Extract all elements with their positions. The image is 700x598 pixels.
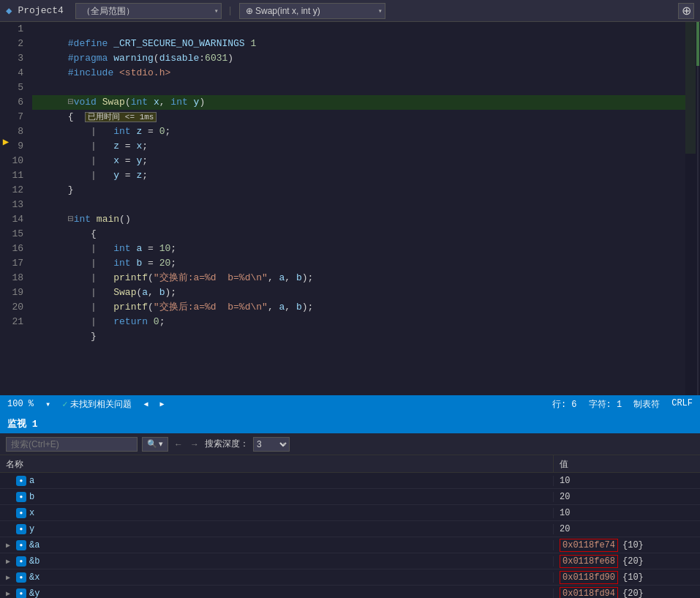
var-icon-y: ● <box>16 524 26 534</box>
line-num-5: 5 <box>6 81 23 95</box>
watch-name-a: ● a <box>0 476 554 486</box>
var-icon-x: ● <box>16 508 26 518</box>
expand-addr-b[interactable]: ▶ <box>6 557 13 566</box>
search-dropdown-icon: ▾ <box>159 439 163 449</box>
editor-area: ▶ 1 2 3 4 5 6 7 8 9 10 11 12 13 14 15 16… <box>0 22 700 395</box>
line-num-12: 12 <box>6 183 23 198</box>
line-num-16: 16 <box>6 242 23 256</box>
line-num-7: 7 <box>6 110 23 124</box>
scrollbar-track <box>697 22 699 395</box>
watch-row-x[interactable]: ● x 10 <box>0 505 700 521</box>
var-name-a: a <box>29 476 34 486</box>
expand-addr-a[interactable]: ▶ <box>6 541 13 550</box>
watch-name-addr-x: ▶ ● &x <box>0 572 554 583</box>
nav-forward-button[interactable]: → <box>189 439 200 449</box>
code-content[interactable]: #define _CRT_SECURE_NO_WARNINGS 1 #pragm… <box>29 22 685 395</box>
code-line-12 <box>32 183 685 198</box>
addr-value-a: 0x0118fe74 <box>560 539 618 552</box>
addr-extra-a: {10} <box>622 540 644 550</box>
var-name-y: y <box>29 524 34 534</box>
no-issues-label: 未找到相关问题 <box>70 398 132 411</box>
encoding-info: CRLF <box>671 398 693 411</box>
line-num-11: 11 <box>6 168 23 183</box>
scroll-right-icon[interactable]: ▶ <box>160 400 165 408</box>
var-name-addr-b: &b <box>29 556 39 567</box>
line-numbers: 1 2 3 4 5 6 7 8 9 10 11 12 13 14 15 16 1… <box>0 22 29 395</box>
watch-name-x: ● x <box>0 508 554 518</box>
watch-value-addr-a: 0x0118fe74 {10} <box>554 539 700 552</box>
var-name-x: x <box>29 508 34 518</box>
addr-value-b: 0x0118fe68 <box>560 555 618 568</box>
line-num-19: 19 <box>6 285 23 300</box>
watch-name-addr-y: ▶ ● &y <box>0 588 554 599</box>
expand-addr-x[interactable]: ▶ <box>6 573 13 582</box>
watch-value-y: 20 <box>554 524 700 534</box>
var-name-b: b <box>29 492 34 502</box>
watch-name-y: ● y <box>0 524 554 534</box>
line-num-14: 14 <box>6 212 23 227</box>
function-dropdown-wrapper[interactable]: ⊕ Swap(int x, int y) <box>239 3 385 19</box>
depth-label: 搜索深度： <box>205 438 249 450</box>
addr-extra-x: {10} <box>622 572 644 583</box>
var-icon-a: ● <box>16 476 26 486</box>
watch-name-addr-b: ▶ ● &b <box>0 556 554 567</box>
watch-value-b: 20 <box>554 492 700 502</box>
watch-toolbar: 🔍 ▾ ← → 搜索深度： 3 <box>0 433 700 455</box>
code-line-1: #define _CRT_SECURE_NO_WARNINGS 1 <box>32 22 685 37</box>
watch-name-addr-a: ▶ ● &a <box>0 540 554 550</box>
watch-row-addr-b[interactable]: ▶ ● &b 0x0118fe68 {20} <box>0 553 700 569</box>
separator: | <box>227 5 233 16</box>
line-num-1: 1 <box>6 22 23 37</box>
addr-extra-y: {20} <box>622 588 644 599</box>
addr-extra-b: {20} <box>622 556 644 567</box>
addr-value-y: 0x0118fd94 <box>560 587 618 599</box>
add-watch-button[interactable]: ⊕ <box>678 3 694 19</box>
watch-value-addr-y: 0x0118fd94 {20} <box>554 587 700 599</box>
var-icon-b: ● <box>16 492 26 502</box>
scope-dropdown[interactable]: （全局范围） <box>75 3 222 19</box>
watch-row-y[interactable]: ● y 20 <box>0 521 700 537</box>
watch-value-a: 10 <box>554 476 700 486</box>
zoom-level: 100 % <box>7 399 34 409</box>
code-line-5: ⊟void Swap(int x, int y) <box>32 81 685 95</box>
zoom-dropdown-icon[interactable]: ▾ <box>45 399 50 410</box>
addr-value-x: 0x0118fd90 <box>560 571 618 584</box>
tab-info: 制表符 <box>633 398 660 411</box>
watch-row-addr-a[interactable]: ▶ ● &a 0x0118fe74 {10} <box>0 537 700 553</box>
code-line-13: ⊟int main() <box>32 198 685 212</box>
line-num-13: 13 <box>6 198 23 212</box>
check-icon: ✓ <box>62 399 67 410</box>
watch-name-b: ● b <box>0 492 554 502</box>
function-dropdown[interactable]: ⊕ Swap(int x, int y) <box>239 3 385 19</box>
line-num-20: 20 <box>6 300 23 315</box>
no-issues-indicator: ✓ 未找到相关问题 <box>62 398 132 411</box>
var-name-addr-y: &y <box>29 588 39 599</box>
watch-row-addr-y[interactable]: ▶ ● &y 0x0118fd94 {20} <box>0 586 700 598</box>
minimap <box>685 22 696 395</box>
scroll-left-icon[interactable]: ◀ <box>143 400 148 408</box>
watch-row-addr-x[interactable]: ▶ ● &x 0x0118fd90 {10} <box>0 569 700 586</box>
watch-row-b[interactable]: ● b 20 <box>0 489 700 505</box>
line-info: 行: 6 <box>552 398 577 411</box>
line-num-17: 17 <box>6 256 23 271</box>
watch-value-addr-b: 0x0118fe68 {20} <box>554 555 700 568</box>
scope-dropdown-wrapper[interactable]: （全局范围） <box>75 3 222 19</box>
expand-addr-y[interactable]: ▶ <box>6 589 13 598</box>
var-name-addr-x: &x <box>29 572 39 583</box>
search-button[interactable]: 🔍 ▾ <box>142 437 168 452</box>
right-scrollbar[interactable] <box>696 22 700 395</box>
depth-dropdown-wrapper[interactable]: 3 <box>253 437 290 452</box>
watch-row-a[interactable]: ● a 10 <box>0 473 700 489</box>
project-name: Project4 <box>18 5 63 16</box>
watch-title-text: 监视 1 <box>7 417 38 430</box>
watch-title: 监视 1 <box>0 414 700 433</box>
scrollbar-thumb[interactable] <box>696 22 699 66</box>
line-num-2: 2 <box>6 37 23 51</box>
line-num-10: 10 <box>6 154 23 168</box>
depth-dropdown[interactable]: 3 <box>253 437 290 452</box>
watch-value-addr-x: 0x0118fd90 {10} <box>554 571 700 584</box>
char-info: 字符: 1 <box>589 398 622 411</box>
var-icon-addr-x: ● <box>16 572 26 583</box>
search-input[interactable] <box>6 437 138 452</box>
nav-back-button[interactable]: ← <box>173 439 184 449</box>
